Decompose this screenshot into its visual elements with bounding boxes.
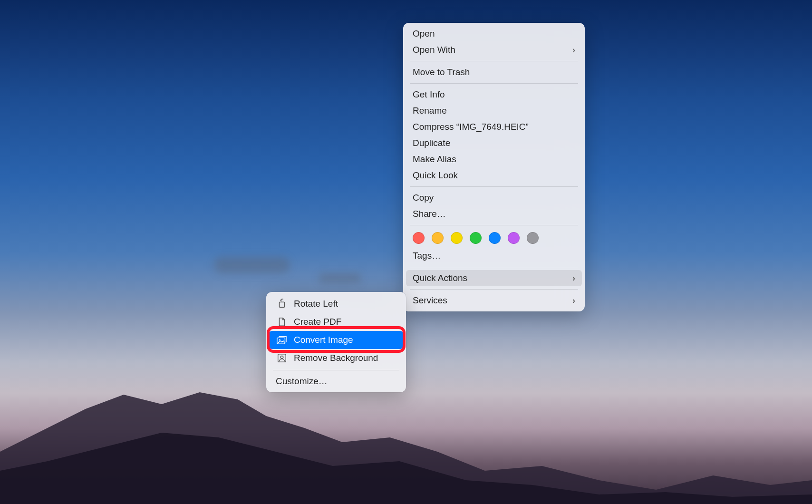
document-icon [276,316,288,328]
menu-item-quick-actions[interactable]: Quick Actions › [406,270,582,286]
submenu-item-convert-image[interactable]: Convert Image [269,331,403,349]
menu-label: Copy [413,193,434,203]
chevron-right-icon: › [572,45,575,55]
menu-label: Share… [413,209,446,219]
menu-label: Open [413,29,435,39]
submenu-item-remove-background[interactable]: Remove Background [269,349,403,367]
chevron-right-icon: › [572,273,575,283]
menu-label: Open With [413,45,455,55]
menu-label: Services [413,295,447,306]
tag-blue[interactable] [489,232,501,244]
menu-item-share[interactable]: Share… [406,206,582,222]
menu-separator [410,289,578,290]
menu-item-make-alias[interactable]: Make Alias [406,151,582,167]
tag-gray[interactable] [527,232,539,244]
menu-item-compress[interactable]: Compress “IMG_7649.HEIC” [406,119,582,135]
menu-item-move-to-trash[interactable]: Move to Trash [406,64,582,80]
tag-red[interactable] [413,232,425,244]
menu-label: Rotate Left [294,299,338,309]
menu-label: Duplicate [413,138,450,148]
menu-item-open-with[interactable]: Open With › [406,42,582,58]
menu-label: Customize… [276,376,328,387]
menu-label: Make Alias [413,154,456,165]
tag-color-row [406,228,582,248]
menu-separator [410,83,578,84]
menu-item-get-info[interactable]: Get Info [406,87,582,103]
menu-separator [410,267,578,267]
chevron-right-icon: › [572,296,575,306]
mountain-graphic [0,304,812,504]
menu-label: Convert Image [294,335,353,345]
tag-orange[interactable] [432,232,444,244]
menu-item-open[interactable]: Open [406,26,582,42]
menu-item-services[interactable]: Services › [406,292,582,309]
menu-label: Compress “IMG_7649.HEIC” [413,122,529,132]
context-menu: Open Open With › Move to Trash Get Info … [403,23,585,311]
desktop-wallpaper[interactable]: Open Open With › Move to Trash Get Info … [0,0,812,504]
person-crop-icon [276,352,288,364]
menu-separator [410,61,578,61]
menu-item-quick-look[interactable]: Quick Look [406,167,582,184]
rotate-left-icon [276,298,288,310]
submenu-item-customize[interactable]: Customize… [269,373,403,389]
menu-separator [410,225,578,225]
menu-item-duplicate[interactable]: Duplicate [406,135,582,151]
submenu-item-rotate-left[interactable]: Rotate Left [269,295,403,313]
menu-label: Rename [413,106,447,116]
menu-separator [410,186,578,187]
cloud-graphic [214,257,290,273]
menu-label: Quick Actions [413,273,467,283]
tag-purple[interactable] [508,232,520,244]
menu-item-tags[interactable]: Tags… [406,248,582,264]
images-icon [276,334,288,346]
svg-rect-0 [280,302,285,307]
tag-green[interactable] [470,232,482,244]
menu-item-copy[interactable]: Copy [406,190,582,206]
menu-label: Quick Look [413,170,458,181]
svg-point-4 [280,356,283,359]
menu-label: Move to Trash [413,67,470,78]
quick-actions-submenu: Rotate Left Create PDF [266,292,406,392]
cloud-graphic [319,273,361,283]
menu-label: Remove Background [294,353,378,363]
submenu-item-create-pdf[interactable]: Create PDF [269,313,403,331]
menu-label: Get Info [413,89,445,100]
menu-separator [273,370,399,370]
menu-label: Create PDF [294,317,341,327]
tag-yellow[interactable] [451,232,463,244]
menu-label: Tags… [413,251,441,261]
menu-item-rename[interactable]: Rename [406,103,582,119]
